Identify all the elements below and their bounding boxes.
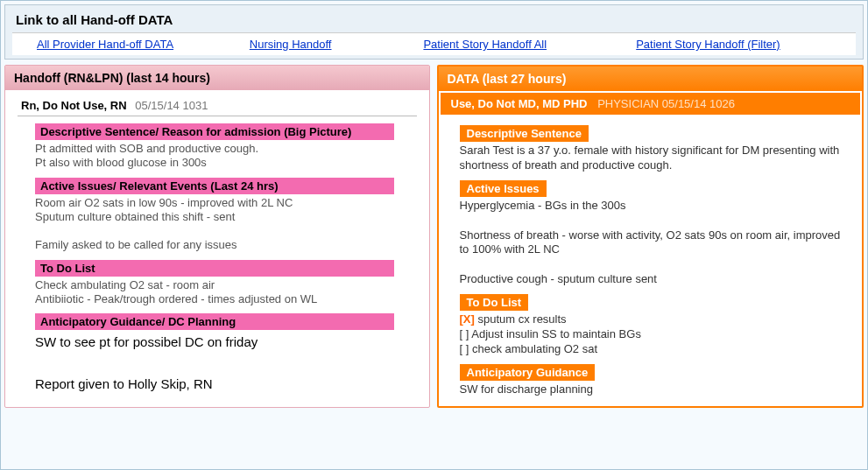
section-descriptive-text: Pt admitted with SOB and productive coug… [18, 142, 417, 171]
section-todo-text: Check ambulating O2 sat - room air Antib… [18, 278, 417, 307]
section-anticipatory-text: SW to see pt for possibel DC on friday R… [18, 332, 417, 395]
panels-container: Handoff (RN&LPN) (last 14 hours) Rn, Do … [4, 65, 864, 408]
section-active-head: Active Issues/ Relevant Events (Last 24 … [35, 178, 394, 194]
rn-author-name: Rn, Do Not Use, RN [21, 99, 127, 112]
section-todo-head: To Do List [35, 260, 394, 277]
rn-author-timestamp: 05/15/14 1031 [135, 99, 208, 112]
rn-author-line: Rn, Do Not Use, RN 05/15/14 1031 [18, 97, 417, 114]
link-story-filter[interactable]: Patient Story Handoff (Filter) [636, 38, 849, 51]
phy-todo-head: To Do List [460, 294, 529, 311]
phy-descriptive-head: Descriptive Sentence [460, 125, 589, 142]
data-physician-title: DATA (last 27 hours) [439, 67, 863, 91]
link-header-title: Link to all Hand-off DATA [12, 9, 856, 32]
section-descriptive-head: Descriptive Sentence/ Reason for admissi… [35, 123, 394, 140]
x-mark: [X] [460, 312, 475, 326]
link-block: Link to all Hand-off DATA All Provider H… [4, 4, 864, 60]
section-active-text: Room air O2 sats in low 90s - improved w… [18, 196, 417, 253]
phy-descriptive-text: Sarah Test is a 37 y.o. female with hist… [460, 144, 850, 173]
phy-anticipatory-head: Anticipatory Guidance [460, 364, 596, 381]
todo-line1: sputum cx results [475, 312, 567, 326]
data-physician-panel: DATA (last 27 hours) Use, Do Not MD, MD … [437, 65, 864, 408]
todo-rest: [ ] Adjust insulin SS to maintain BGs [ … [460, 327, 641, 355]
handoff-rn-title: Handoff (RN&LPN) (last 14 hours) [5, 66, 429, 90]
phy-active-head: Active Issues [460, 180, 547, 197]
handoff-rn-body: Rn, Do Not Use, RN 05/15/14 1031 Descrip… [5, 90, 429, 402]
data-physician-body: Descriptive Sentence Sarah Test is a 37 … [439, 115, 863, 406]
link-row: All Provider Hand-off DATA Nursing Hando… [12, 32, 856, 55]
link-all-provider[interactable]: All Provider Hand-off DATA [19, 38, 250, 51]
phy-anticipatory-text: SW for discharge planning [460, 382, 850, 397]
physician-name: Use, Do Not MD, MD PHD [451, 97, 588, 110]
phy-active-text: Hyperglycemia - BGs in the 300s Shortnes… [460, 199, 850, 287]
physician-subheader: Use, Do Not MD, MD PHD PHYSICIAN 05/15/1… [441, 93, 861, 115]
physician-meta: PHYSICIAN 05/15/14 1026 [597, 97, 735, 110]
phy-todo-text: [X] sputum cx results [ ] Adjust insulin… [460, 312, 850, 357]
handoff-rn-panel: Handoff (RN&LPN) (last 14 hours) Rn, Do … [4, 65, 430, 408]
section-anticipatory-head: Anticipatory Guidance/ DC Planning [35, 313, 394, 330]
app-root: Link to all Hand-off DATA All Provider H… [0, 0, 868, 470]
link-story-all[interactable]: Patient Story Handoff All [423, 38, 636, 51]
link-nursing[interactable]: Nursing Handoff [250, 38, 424, 51]
divider [18, 116, 417, 116]
